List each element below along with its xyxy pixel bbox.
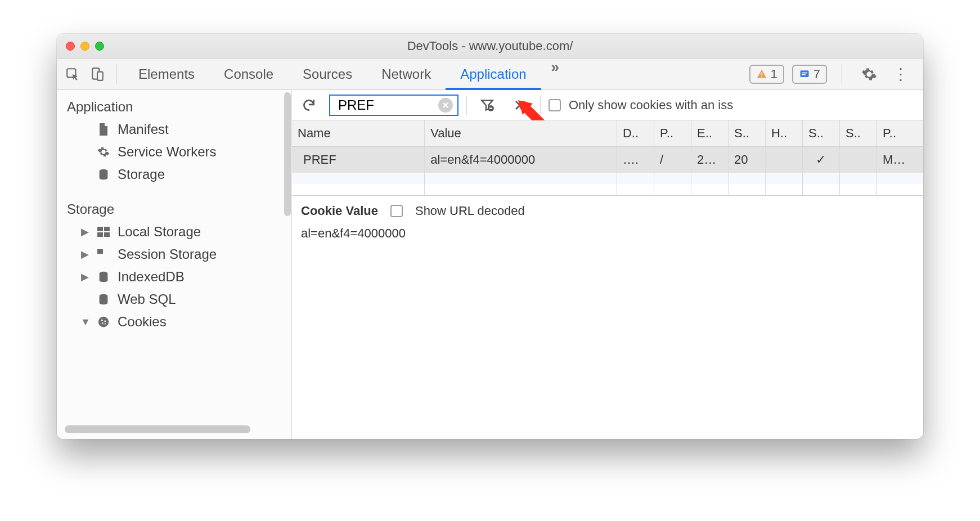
svg-rect-13 (97, 249, 103, 254)
sidebar-item-cookies[interactable]: ▼ Cookies (67, 311, 291, 333)
toolbar-separator (842, 64, 842, 84)
twisty-icon[interactable]: ▶ (80, 226, 89, 238)
col-domain[interactable]: D.. (617, 120, 654, 147)
devtools-toolbar: Elements Console Sources Network Applica… (57, 59, 923, 90)
col-secure[interactable]: S.. (802, 120, 839, 147)
toolbar-separator (466, 96, 467, 115)
devtools-window: DevTools - www.youtube.com/ Elements Con… (57, 34, 923, 439)
table-row[interactable] (292, 184, 923, 195)
svg-point-24 (102, 322, 104, 324)
cookie-icon (96, 316, 111, 328)
col-size[interactable]: S.. (728, 120, 765, 147)
cell-secure: ✓ (802, 147, 839, 173)
minimize-window-button[interactable] (80, 42, 89, 51)
grid-icon (96, 249, 111, 259)
sidebar-tree-application: Manifest Service Workers Storage (57, 118, 291, 186)
gear-icon (96, 146, 111, 158)
svg-rect-2 (97, 71, 103, 80)
twisty-icon[interactable]: ▼ (80, 316, 89, 328)
svg-rect-4 (761, 76, 762, 77)
inspect-element-icon[interactable] (60, 62, 85, 87)
twisty-icon[interactable]: ▶ (80, 271, 89, 283)
sidebar-item-label: Session Storage (118, 246, 217, 262)
sidebar-item-websql[interactable]: Web SQL (67, 288, 291, 311)
svg-point-21 (98, 317, 109, 327)
cookies-filterbar: Only show cookies with an iss (292, 90, 923, 120)
tab-network[interactable]: Network (367, 59, 446, 89)
svg-point-22 (101, 320, 103, 321)
sidebar-item-indexeddb[interactable]: ▶ IndexedDB (67, 266, 291, 288)
cell-domain: …. (617, 147, 654, 173)
sidebar-item-local-storage[interactable]: ▶ Local Storage (67, 221, 291, 243)
database-icon (96, 271, 111, 283)
sidebar-section-storage: Storage (57, 196, 291, 221)
only-issues-checkbox[interactable] (549, 99, 561, 111)
twisty-icon[interactable]: ▶ (80, 248, 89, 260)
sidebar-item-service-workers[interactable]: Service Workers (67, 141, 291, 163)
tab-sources[interactable]: Sources (288, 59, 367, 89)
toolbar-separator (116, 64, 117, 84)
close-window-button[interactable] (66, 42, 75, 51)
filter-input-wrap (329, 95, 458, 116)
database-icon (96, 168, 111, 181)
more-tabs-button[interactable]: » (541, 59, 569, 89)
devtools-body: Application Manifest Service Workers (57, 90, 923, 439)
svg-rect-10 (104, 227, 110, 231)
table-row[interactable] (292, 173, 923, 184)
more-options-icon[interactable]: ⋮ (889, 65, 912, 83)
warnings-badge[interactable]: 1 (749, 65, 784, 84)
warnings-count: 1 (771, 67, 777, 82)
svg-rect-3 (761, 72, 762, 75)
svg-rect-12 (104, 232, 110, 237)
tab-application[interactable]: Application (446, 59, 541, 89)
col-priority[interactable]: P.. (876, 120, 923, 147)
tab-elements[interactable]: Elements (124, 59, 209, 89)
clear-filter-icon[interactable] (438, 98, 453, 113)
cookie-value-heading: Cookie Value (301, 204, 378, 218)
info-count: 7 (813, 67, 820, 82)
col-samesite[interactable]: S.. (839, 120, 876, 147)
show-url-decoded-checkbox[interactable] (390, 205, 403, 217)
filter-input[interactable] (337, 97, 433, 114)
delete-cookie-icon[interactable] (507, 93, 532, 118)
sidebar-vscrollbar[interactable] (284, 92, 291, 216)
toolbar-separator (540, 96, 541, 115)
sidebar-item-label: Storage (118, 167, 165, 182)
cell-priority: M… (876, 147, 923, 173)
col-path[interactable]: P.. (654, 120, 691, 147)
sidebar-item-label: Service Workers (118, 144, 217, 160)
application-sidebar: Application Manifest Service Workers (57, 90, 292, 439)
cell-path: / (654, 147, 691, 173)
sidebar-hscrollbar[interactable] (65, 425, 250, 433)
tab-console[interactable]: Console (209, 59, 288, 89)
file-icon (96, 123, 111, 136)
cookies-panel: Only show cookies with an iss Name Value… (292, 90, 923, 439)
info-badge[interactable]: 7 (792, 65, 827, 84)
sidebar-item-storage[interactable]: Storage (67, 163, 291, 186)
cell-name: PREF (292, 147, 425, 173)
cookies-table: Name Value D.. P.. E.. S.. H.. S.. S.. P… (292, 120, 923, 195)
settings-icon[interactable] (857, 62, 882, 87)
clear-all-filters-icon[interactable] (475, 93, 500, 118)
cookie-value-text: al=en&f4=4000000 (301, 226, 914, 241)
titlebar: DevTools - www.youtube.com/ (57, 34, 923, 59)
svg-point-25 (105, 324, 106, 325)
toolbar-right: 1 7 ⋮ (749, 62, 920, 87)
sidebar-item-session-storage[interactable]: ▶ Session Storage (67, 243, 291, 266)
table-header-row: Name Value D.. P.. E.. S.. H.. S.. S.. P… (292, 120, 923, 147)
show-url-decoded-label: Show URL decoded (415, 204, 525, 218)
table-row[interactable]: PREF al=en&f4=4000000 …. / 2… 20 ✓ M… (292, 147, 923, 173)
cookie-detail-panel: Cookie Value Show URL decoded al=en&f4=4… (292, 195, 923, 249)
only-issues-label: Only show cookies with an iss (569, 98, 733, 113)
sidebar-item-manifest[interactable]: Manifest (67, 118, 291, 141)
device-toolbar-icon[interactable] (85, 62, 110, 87)
col-name[interactable]: Name (292, 120, 425, 147)
col-expires[interactable]: E.. (691, 120, 728, 147)
database-icon (96, 293, 111, 306)
cell-expires: 2… (691, 147, 728, 173)
zoom-window-button[interactable] (95, 42, 104, 51)
col-httponly[interactable]: H.. (765, 120, 802, 147)
refresh-icon[interactable] (296, 93, 321, 118)
cell-value: al=en&f4=4000000 (425, 147, 617, 173)
col-value[interactable]: Value (425, 120, 617, 147)
